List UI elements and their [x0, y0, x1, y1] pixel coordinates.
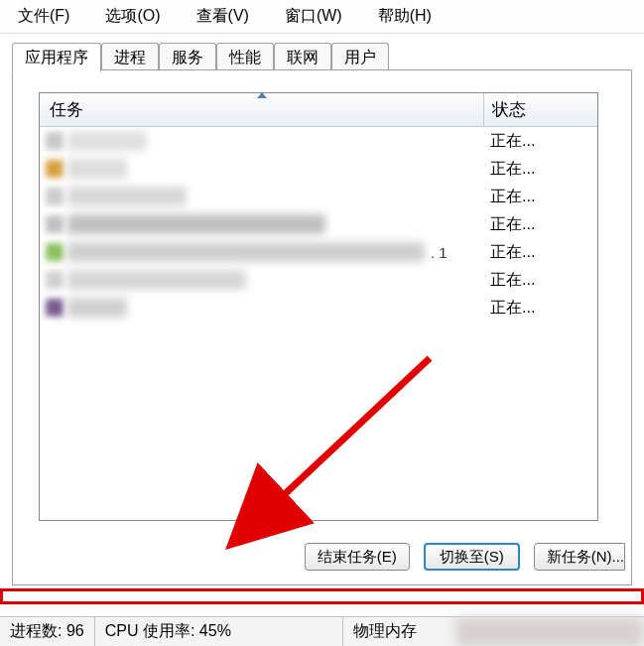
tab-users[interactable]: 用户	[331, 43, 389, 72]
sort-ascending-icon	[257, 92, 267, 98]
task-tail-text: . 1	[431, 244, 448, 261]
annotation-highlight-box	[0, 588, 644, 604]
applications-panel: 任务 状态 正在...	[12, 69, 632, 585]
table-row[interactable]: 正在...	[40, 155, 597, 183]
end-task-button[interactable]: 结束任务(E)	[305, 543, 410, 571]
column-header-status-label: 状态	[492, 98, 526, 121]
menu-view[interactable]: 查看(V)	[191, 2, 255, 31]
task-cell	[40, 159, 484, 179]
button-bar: 结束任务(E) 切换至(S) 新任务(N)...	[13, 543, 631, 571]
tab-performance[interactable]: 性能	[216, 43, 274, 72]
status-cell: 正在...	[484, 270, 597, 291]
menu-options[interactable]: 选项(O)	[99, 2, 166, 31]
status-cell: 正在...	[484, 242, 597, 263]
table-row[interactable]: 正在...	[40, 183, 597, 210]
list-body: 正在... 正在... 正在...	[40, 127, 597, 520]
menu-file[interactable]: 文件(F)	[12, 2, 75, 31]
task-list[interactable]: 任务 状态 正在...	[39, 92, 598, 521]
task-cell	[40, 187, 484, 206]
table-row[interactable]: 正在...	[40, 127, 597, 155]
status-cell: 正在...	[484, 159, 597, 180]
menu-bar: 文件(F) 选项(O) 查看(V) 窗口(W) 帮助(H)	[0, 0, 644, 34]
status-cell: 正在...	[484, 131, 597, 152]
list-header: 任务 状态	[40, 93, 597, 127]
status-cell: 正在...	[484, 214, 597, 235]
task-manager-window: 文件(F) 选项(O) 查看(V) 窗口(W) 帮助(H) 应用程序 进程 服务…	[0, 0, 644, 646]
task-cell	[40, 270, 484, 290]
table-row[interactable]: 正在...	[40, 294, 597, 322]
menu-window[interactable]: 窗口(W)	[279, 2, 348, 31]
tab-services[interactable]: 服务	[159, 43, 216, 72]
table-row[interactable]: 正在...	[40, 210, 597, 238]
status-cell: 正在...	[484, 187, 597, 207]
status-cpu-label: CPU 使用率:	[105, 622, 195, 639]
status-processes: 进程数: 96	[0, 617, 95, 646]
status-cpu-value: 45%	[199, 622, 231, 639]
column-header-task-label: 任务	[50, 98, 83, 121]
status-bar: 进程数: 96 CPU 使用率: 45% 物理内存	[0, 616, 644, 646]
status-blur-region	[455, 617, 644, 646]
new-task-button[interactable]: 新任务(N)...	[534, 543, 625, 571]
column-header-status[interactable]: 状态	[484, 93, 597, 126]
table-row[interactable]: 正在...	[40, 266, 597, 294]
task-cell: . 1	[40, 242, 484, 262]
status-processes-value: 96	[66, 622, 84, 639]
menu-help[interactable]: 帮助(H)	[372, 2, 438, 31]
tab-strip: 应用程序 进程 服务 性能 联网 用户	[12, 40, 389, 71]
status-memory-label: 物理内存	[353, 622, 417, 639]
status-processes-label: 进程数:	[10, 622, 62, 639]
switch-to-button[interactable]: 切换至(S)	[424, 543, 520, 571]
tab-processes[interactable]: 进程	[101, 43, 159, 72]
task-cell	[40, 298, 484, 318]
task-cell	[40, 214, 484, 234]
table-row[interactable]: . 1 正在...	[40, 238, 597, 266]
task-cell	[40, 131, 484, 151]
tab-networking[interactable]: 联网	[274, 43, 331, 72]
status-cpu: CPU 使用率: 45%	[95, 617, 343, 646]
status-cell: 正在...	[484, 298, 597, 319]
status-memory: 物理内存	[343, 617, 427, 646]
tab-applications[interactable]: 应用程序	[12, 43, 101, 72]
column-header-task[interactable]: 任务	[40, 93, 484, 126]
